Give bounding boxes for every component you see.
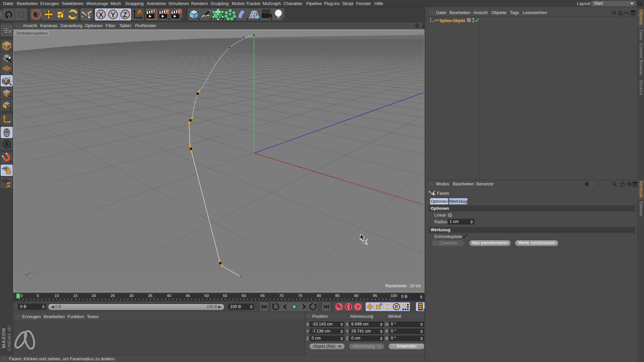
svg-text:?: ? [356,304,359,310]
svg-text:P: P [395,305,398,309]
svg-text:X: X [99,11,103,18]
svg-text:Z: Z [32,271,34,275]
svg-text:Z: Z [123,11,127,18]
svg-text:Y: Y [111,11,115,18]
svg-text:X: X [30,277,32,281]
svg-text:S: S [5,141,9,147]
svg-text:Y: Y [24,264,26,268]
svg-text:Zentralperspektive: Zentralperspektive [16,31,48,35]
svg-text:Rasterweite : 10 cm: Rasterweite : 10 cm [385,284,421,288]
